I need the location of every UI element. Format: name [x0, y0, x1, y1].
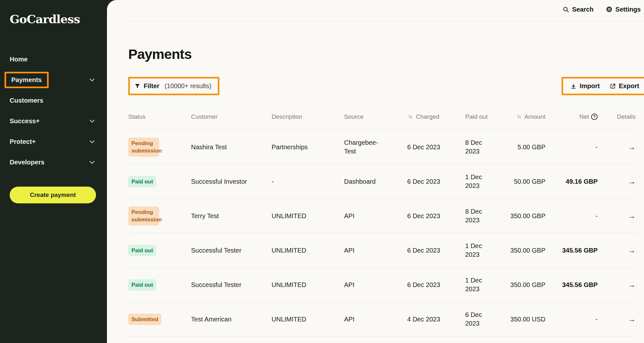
customer-cell: Nashira Test [191, 143, 272, 152]
sidebar: GoCardless Home Payments Customers Succe… [0, 0, 107, 343]
source-cell: API [344, 246, 405, 255]
create-payment-button[interactable]: Create payment [10, 187, 96, 203]
table-row[interactable]: Paid out Successful Investor - Dashboard… [128, 164, 637, 199]
paid-out-cell: 1 Dec 2023 [454, 276, 499, 293]
filter-button[interactable]: Filter (10000+ results) [130, 79, 218, 94]
sort-icon[interactable] [407, 114, 414, 120]
details-arrow-icon[interactable]: → [628, 211, 636, 221]
charged-cell: 6 Dec 2023 [405, 143, 454, 152]
table-header-row: Status Customer Description Source Charg… [128, 104, 637, 130]
header-amount[interactable]: Amount [499, 113, 549, 121]
toolbar: Filter (10000+ results) Import Export [128, 77, 637, 95]
details-arrow-icon[interactable]: → [628, 176, 636, 187]
search-icon [562, 6, 569, 13]
table-row[interactable]: Submitted Test American UNLIMITED API 4 … [128, 302, 637, 337]
external-link-icon [610, 83, 616, 89]
amount-cell: 50.00 GBP [499, 177, 549, 186]
customer-cell: Successful Tester [191, 246, 272, 255]
net-cell: 345.56 GBP [549, 246, 600, 255]
net-cell: - [549, 212, 600, 220]
paid-out-cell: 1 Dec 2023 [454, 173, 499, 190]
details-arrow-icon[interactable]: → [628, 280, 636, 290]
details-arrow-icon[interactable]: → [628, 142, 636, 152]
status-cell: Pending submission [128, 207, 191, 226]
amount-cell: 350.00 GBP [499, 212, 549, 220]
brand-logo[interactable]: GoCardless [0, 0, 107, 26]
description-cell: Partnerships [272, 143, 344, 152]
chevron-down-icon [89, 159, 96, 166]
source-cell: API [344, 315, 405, 324]
sort-icon[interactable] [516, 114, 522, 120]
customer-cell: Terry Test [191, 212, 272, 220]
sidebar-item-label: Home [10, 56, 28, 63]
settings-button[interactable]: ⚙ Settings [606, 6, 641, 13]
paid-out-cell: 8 Dec 2023 [454, 207, 499, 225]
search-button[interactable]: Search [562, 6, 594, 13]
status-badge: Submitted [128, 314, 161, 325]
status-cell: Paid out [128, 245, 191, 256]
details-cell: → [600, 245, 637, 255]
details-arrow-icon[interactable]: → [628, 245, 636, 255]
header-net: Net ? [549, 113, 600, 121]
sidebar-item-protect-plus[interactable]: Protect+ [0, 131, 107, 152]
table-row[interactable]: Pending submission Nashira Test Partners… [128, 130, 637, 164]
header-amount-label: Amount [524, 113, 545, 121]
sidebar-item-developers[interactable]: Developers [0, 152, 107, 172]
net-cell: 345.56 GBP [549, 281, 600, 289]
header-charged[interactable]: Charged [405, 113, 454, 121]
sidebar-item-label: Protect+ [10, 138, 36, 145]
sidebar-item-success-plus[interactable]: Success+ [0, 111, 107, 131]
customer-cell: Test American [191, 315, 272, 324]
description-cell: UNLIMITED [272, 212, 344, 220]
table-row[interactable]: Paid out Successful Tester UNLIMITED API… [128, 268, 637, 302]
charged-cell: 6 Dec 2023 [405, 281, 454, 289]
import-button[interactable]: Import [570, 82, 600, 90]
sidebar-item-label: Customers [10, 97, 43, 104]
details-arrow-icon[interactable]: → [628, 314, 636, 324]
import-label: Import [580, 82, 600, 90]
status-cell: Pending submission [128, 138, 191, 157]
gear-icon: ⚙ [606, 6, 612, 13]
chevron-down-icon [89, 76, 96, 83]
header-source: Source [344, 113, 405, 121]
details-cell: → [600, 142, 637, 152]
sidebar-item-payments[interactable]: Payments [0, 70, 107, 90]
sidebar-item-label: Payments [11, 76, 42, 83]
sidebar-nav: Home Payments Customers Success+ Protect… [0, 49, 107, 172]
description-cell: UNLIMITED [272, 315, 344, 324]
header-details: Details [600, 113, 637, 121]
sidebar-item-customers[interactable]: Customers [0, 90, 107, 111]
status-badge: Paid out [128, 176, 156, 188]
download-icon [570, 83, 577, 89]
customer-cell: Successful Tester [191, 281, 272, 289]
amount-cell: 350.00 GBP [499, 281, 549, 289]
charged-cell: 6 Dec 2023 [405, 212, 454, 220]
table-row[interactable]: Pending submission Terry Test UNLIMITED … [128, 199, 637, 233]
source-cell: Chargebee-Test [344, 138, 405, 156]
filter-label: Filter [144, 82, 159, 90]
annotation-box-filter: Filter (10000+ results) [128, 77, 219, 95]
header-status: Status [128, 113, 191, 121]
net-cell: - [549, 143, 600, 152]
status-badge: Pending submission [128, 138, 159, 157]
status-badge: Pending submission [128, 207, 159, 226]
source-cell: API [344, 212, 405, 220]
header-description: Description [272, 113, 344, 121]
source-cell: Dashboard [344, 177, 405, 186]
amount-cell: 5.00 GBP [499, 143, 549, 152]
paid-out-cell: 6 Dec 2023 [454, 311, 499, 328]
description-cell: UNLIMITED [272, 246, 344, 255]
header-customer: Customer [191, 113, 272, 121]
topbar: Search ⚙ Settings [107, 0, 644, 21]
sidebar-item-home[interactable]: Home [0, 49, 107, 70]
details-cell: → [600, 314, 637, 324]
details-cell: → [600, 280, 637, 290]
page-title: Payments [128, 46, 637, 62]
export-button[interactable]: Export [610, 82, 639, 90]
header-paid-out: Paid out [454, 113, 499, 121]
table-row[interactable]: Paid out Successful Tester UNLIMITED API… [128, 233, 637, 268]
customer-cell: Successful Investor [191, 177, 272, 186]
status-cell: Submitted [128, 314, 191, 325]
help-icon[interactable]: ? [591, 114, 598, 120]
search-label: Search [572, 6, 594, 13]
